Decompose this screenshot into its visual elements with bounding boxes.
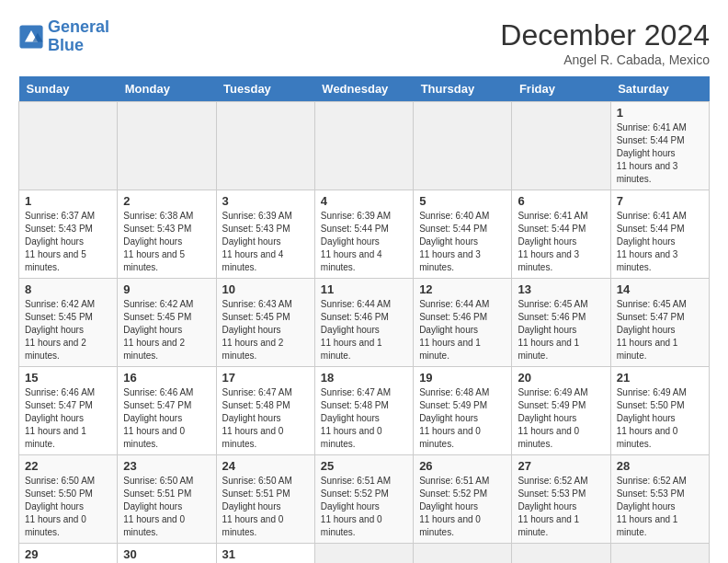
sunrise-label: Sunrise: 6:52 AM bbox=[518, 476, 587, 486]
day-info: Sunrise: 6:47 AM Sunset: 5:48 PM Dayligh… bbox=[222, 386, 309, 451]
daylight-label: Daylight hours bbox=[518, 236, 576, 247]
daylight-label: Daylight hours bbox=[123, 236, 182, 247]
day-number: 19 bbox=[419, 371, 506, 385]
daylight-label: Daylight hours bbox=[617, 148, 676, 158]
day-number: 12 bbox=[419, 282, 506, 296]
day-number: 24 bbox=[222, 459, 309, 473]
logo-icon bbox=[18, 24, 44, 50]
day-cell: 25 Sunrise: 6:51 AM Sunset: 5:52 PM Dayl… bbox=[314, 455, 413, 544]
daylight-value: 11 hours and 0 minutes. bbox=[123, 426, 185, 449]
daylight-label: Daylight hours bbox=[25, 325, 84, 335]
daylight-label: Daylight hours bbox=[25, 413, 84, 423]
sunset-label: Sunset: 5:53 PM bbox=[518, 488, 586, 499]
sunrise-label: Sunrise: 6:51 AM bbox=[419, 476, 489, 486]
day-number: 3 bbox=[222, 194, 309, 208]
day-number: 1 bbox=[25, 194, 111, 208]
sunset-label: Sunset: 5:45 PM bbox=[25, 312, 93, 322]
daylight-value: 11 hours and 5 minutes. bbox=[123, 249, 185, 272]
day-number: 20 bbox=[518, 371, 604, 385]
sunset-label: Sunset: 5:46 PM bbox=[518, 312, 586, 322]
day-cell bbox=[414, 544, 512, 564]
day-info: Sunrise: 6:52 AM Sunset: 5:53 PM Dayligh… bbox=[617, 475, 703, 539]
day-cell: 2 Sunrise: 6:38 AM Sunset: 5:43 PM Dayli… bbox=[118, 190, 216, 279]
sunrise-label: Sunrise: 6:51 AM bbox=[321, 476, 391, 486]
sunset-label: Sunset: 5:43 PM bbox=[123, 224, 191, 234]
daylight-value: 11 hours and 1 minute. bbox=[321, 338, 382, 361]
sunset-label: Sunset: 5:45 PM bbox=[123, 312, 191, 322]
daylight-label: Daylight hours bbox=[123, 413, 182, 423]
day-number: 11 bbox=[321, 282, 407, 296]
day-info: Sunrise: 6:49 AM Sunset: 5:49 PM Dayligh… bbox=[518, 386, 604, 451]
day-number: 21 bbox=[617, 371, 703, 385]
daylight-value: 11 hours and 1 minute. bbox=[518, 338, 579, 361]
day-number: 6 bbox=[518, 194, 604, 208]
logo-text: General Blue bbox=[48, 18, 109, 55]
week-row-5: 29 Sunrise: 6:53 AM Sunset: 5:54 PM Dayl… bbox=[19, 544, 710, 564]
daylight-value: 11 hours and 5 minutes. bbox=[25, 249, 86, 272]
daylight-label: Daylight hours bbox=[419, 236, 478, 247]
day-info: Sunrise: 6:42 AM Sunset: 5:45 PM Dayligh… bbox=[123, 298, 210, 362]
day-cell: 20 Sunrise: 6:49 AM Sunset: 5:49 PM Dayl… bbox=[512, 367, 610, 455]
sunrise-label: Sunrise: 6:42 AM bbox=[25, 299, 95, 309]
daylight-value: 11 hours and 1 minute. bbox=[518, 514, 579, 537]
day-info: Sunrise: 6:38 AM Sunset: 5:43 PM Dayligh… bbox=[123, 210, 210, 274]
day-info: Sunrise: 6:51 AM Sunset: 5:52 PM Dayligh… bbox=[321, 475, 407, 539]
day-cell bbox=[19, 102, 118, 190]
day-info: Sunrise: 6:46 AM Sunset: 5:47 PM Dayligh… bbox=[25, 386, 111, 451]
day-cell bbox=[118, 102, 216, 190]
daylight-value: 11 hours and 0 minutes. bbox=[123, 514, 185, 537]
day-number: 28 bbox=[617, 459, 703, 473]
sunset-label: Sunset: 5:53 PM bbox=[617, 488, 685, 499]
daylight-label: Daylight hours bbox=[25, 501, 84, 511]
day-number: 26 bbox=[419, 459, 506, 473]
daylight-value: 11 hours and 0 minutes. bbox=[419, 426, 481, 449]
daylight-value: 11 hours and 3 minutes. bbox=[419, 249, 481, 272]
day-number: 5 bbox=[419, 194, 506, 208]
daylight-label: Daylight hours bbox=[321, 325, 380, 335]
day-number: 17 bbox=[222, 371, 309, 385]
day-info: Sunrise: 6:50 AM Sunset: 5:51 PM Dayligh… bbox=[222, 475, 309, 539]
sunrise-label: Sunrise: 6:47 AM bbox=[222, 387, 292, 397]
sunrise-label: Sunrise: 6:41 AM bbox=[617, 211, 687, 221]
daylight-label: Daylight hours bbox=[419, 325, 478, 335]
week-row-3: 15 Sunrise: 6:46 AM Sunset: 5:47 PM Dayl… bbox=[19, 367, 710, 455]
daylight-label: Daylight hours bbox=[222, 413, 281, 423]
day-number: 8 bbox=[25, 282, 111, 296]
day-cell: 3 Sunrise: 6:39 AM Sunset: 5:43 PM Dayli… bbox=[216, 190, 314, 279]
day-cell: 4 Sunrise: 6:39 AM Sunset: 5:44 PM Dayli… bbox=[314, 190, 413, 279]
day-number: 15 bbox=[25, 371, 111, 385]
sunrise-label: Sunrise: 6:39 AM bbox=[222, 211, 292, 221]
daylight-value: 11 hours and 0 minutes. bbox=[617, 426, 678, 449]
day-info: Sunrise: 6:48 AM Sunset: 5:49 PM Dayligh… bbox=[419, 386, 506, 451]
day-cell: 10 Sunrise: 6:43 AM Sunset: 5:45 PM Dayl… bbox=[216, 279, 314, 367]
daylight-label: Daylight hours bbox=[222, 325, 281, 335]
day-cell: 6 Sunrise: 6:41 AM Sunset: 5:44 PM Dayli… bbox=[512, 190, 610, 279]
daylight-label: Daylight hours bbox=[321, 236, 380, 247]
daylight-value: 11 hours and 0 minutes. bbox=[222, 426, 284, 449]
day-info: Sunrise: 6:45 AM Sunset: 5:46 PM Dayligh… bbox=[518, 298, 604, 362]
sunrise-label: Sunrise: 6:52 AM bbox=[617, 476, 687, 486]
day-number: 7 bbox=[617, 194, 703, 208]
day-cell bbox=[314, 102, 413, 190]
col-header-friday: Friday bbox=[512, 76, 610, 102]
day-number: 23 bbox=[123, 459, 210, 473]
day-cell: 24 Sunrise: 6:50 AM Sunset: 5:51 PM Dayl… bbox=[216, 455, 314, 544]
sunset-label: Sunset: 5:47 PM bbox=[617, 312, 685, 322]
daylight-label: Daylight hours bbox=[617, 413, 676, 423]
week-row-4: 22 Sunrise: 6:50 AM Sunset: 5:50 PM Dayl… bbox=[19, 455, 710, 544]
sunset-label: Sunset: 5:44 PM bbox=[617, 224, 685, 234]
col-header-sunday: Sunday bbox=[19, 76, 118, 102]
day-info: Sunrise: 6:39 AM Sunset: 5:44 PM Dayligh… bbox=[321, 210, 407, 274]
day-info: Sunrise: 6:40 AM Sunset: 5:44 PM Dayligh… bbox=[419, 210, 506, 274]
day-number: 1 bbox=[617, 106, 703, 120]
day-cell bbox=[314, 544, 413, 564]
day-cell: 13 Sunrise: 6:45 AM Sunset: 5:46 PM Dayl… bbox=[512, 279, 610, 367]
daylight-label: Daylight hours bbox=[25, 236, 84, 247]
sunset-label: Sunset: 5:44 PM bbox=[518, 224, 586, 234]
day-info: Sunrise: 6:42 AM Sunset: 5:45 PM Dayligh… bbox=[25, 298, 111, 362]
day-number: 18 bbox=[321, 371, 407, 385]
col-header-wednesday: Wednesday bbox=[314, 76, 413, 102]
day-info: Sunrise: 6:50 AM Sunset: 5:51 PM Dayligh… bbox=[123, 475, 210, 539]
daylight-value: 11 hours and 0 minutes. bbox=[25, 514, 86, 537]
day-info: Sunrise: 6:50 AM Sunset: 5:50 PM Dayligh… bbox=[25, 475, 111, 539]
